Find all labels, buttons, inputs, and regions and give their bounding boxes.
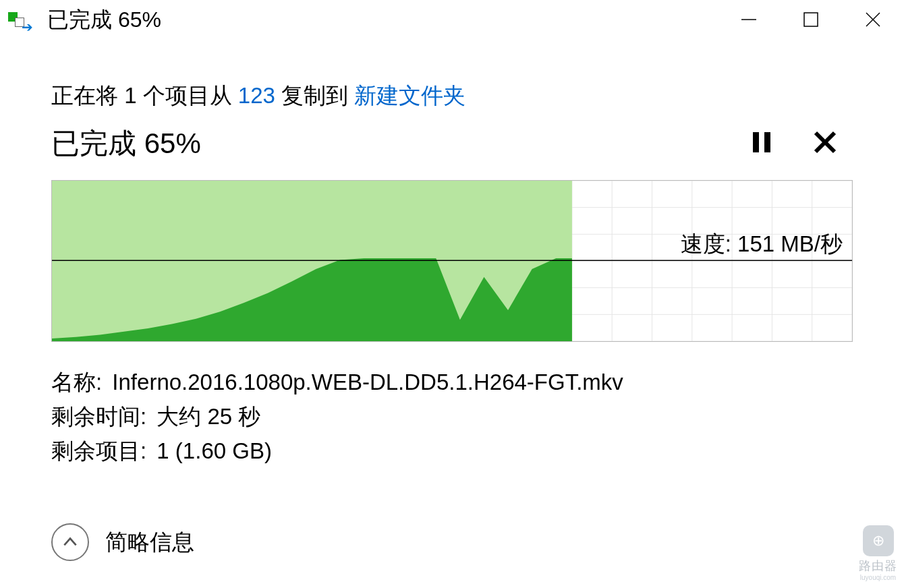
svg-rect-1	[804, 13, 818, 26]
speed-label: 速度: 151 MB/秒	[681, 229, 843, 260]
time-value: 大约 25 秒	[157, 404, 260, 429]
footer: 简略信息	[51, 523, 194, 561]
copy-pre: 正在将 1 个项目从	[51, 83, 238, 108]
minimize-button[interactable]	[718, 0, 780, 39]
cancel-button[interactable]	[814, 131, 837, 156]
router-icon: ⊕	[863, 525, 894, 556]
copy-icon: ➔	[8, 12, 35, 28]
watermark-sub: luyouqi.com	[859, 574, 897, 581]
collapse-details-button[interactable]	[51, 523, 89, 561]
speed-prefix: 速度:	[681, 231, 737, 256]
watermark: ⊕ 路由器 luyouqi.com	[859, 525, 897, 581]
svg-rect-4	[753, 132, 759, 152]
pause-button[interactable]	[750, 131, 773, 156]
window-title: 已完成 65%	[47, 5, 161, 35]
watermark-text: 路由器	[859, 558, 897, 574]
time-label: 剩余时间:	[51, 404, 146, 429]
close-button[interactable]	[842, 0, 904, 39]
speed-value: 151 MB/秒	[737, 231, 843, 256]
copy-mid: 复制到	[275, 83, 354, 108]
progress-heading: 已完成 65%	[51, 125, 201, 163]
file-copy-dialog: ➔ 已完成 65% 正在将 1 个项目从 123 复制到 新建文件夹 已完成 6…	[0, 0, 904, 588]
details: 名称: Inferno.2016.1080p.WEB-DL.DD5.1.H264…	[51, 365, 853, 468]
speed-chart: 速度: 151 MB/秒	[51, 180, 853, 342]
items-value: 1 (1.60 GB)	[157, 438, 272, 463]
copy-description: 正在将 1 个项目从 123 复制到 新建文件夹	[51, 81, 853, 111]
maximize-button[interactable]	[780, 0, 842, 39]
chevron-up-icon	[61, 533, 79, 551]
items-label: 剩余项目:	[51, 438, 146, 463]
name-label: 名称:	[51, 370, 102, 394]
window-controls	[718, 0, 904, 39]
footer-label[interactable]: 简略信息	[105, 527, 194, 558]
svg-rect-5	[764, 132, 770, 152]
name-value: Inferno.2016.1080p.WEB-DL.DD5.1.H264-FGT…	[112, 370, 623, 394]
progress-controls	[750, 131, 853, 156]
source-folder-link[interactable]: 123	[238, 83, 275, 108]
dest-folder-link[interactable]: 新建文件夹	[354, 83, 465, 108]
